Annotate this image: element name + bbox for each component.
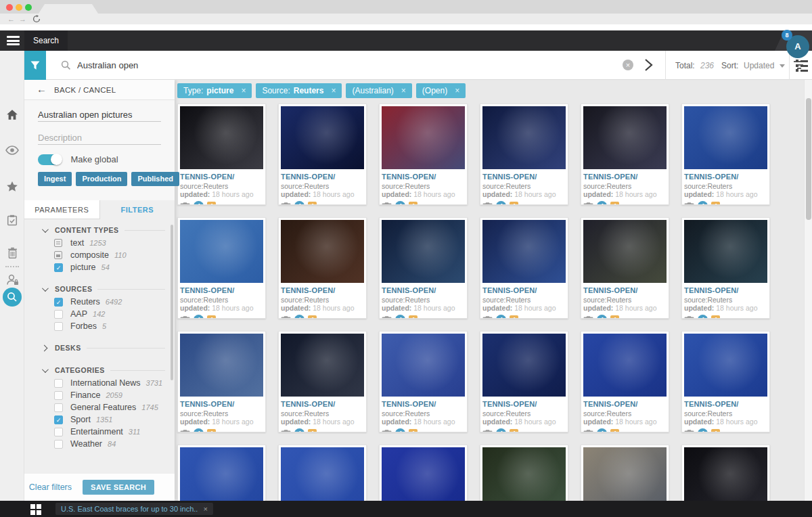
filter-item[interactable]: ✓picture54 [24,261,175,273]
result-card[interactable]: TENNIS-OPEN/source:Reutersupdated: 18 ho… [177,104,266,205]
sort-dropdown[interactable]: Updated [744,61,774,70]
chip-remove-icon[interactable]: × [241,83,246,98]
filter-item[interactable]: International News3731 [24,377,175,389]
zoom-window-button[interactable] [25,4,32,11]
minimize-window-button[interactable] [16,4,22,11]
back-cancel-button[interactable]: ← BACK / CANCEL [24,80,175,100]
result-thumbnail[interactable] [482,106,566,169]
result-thumbnail[interactable] [583,447,667,501]
list-view-icon[interactable] [796,60,808,74]
news-ticker[interactable]: U.S. East Coast braces for up to 30 inch… [55,503,213,515]
result-card[interactable]: TENNIS-OPEN/source:Reutersupdated: 18 ho… [278,217,367,319]
filter-chip[interactable]: (Australian)× [346,83,411,98]
result-thumbnail[interactable] [382,447,465,501]
result-card[interactable]: TENNIS-OPEN/source:Reutersupdated: 18 ho… [480,445,568,501]
tab-parameters[interactable]: PARAMETERS [24,200,100,219]
result-thumbnail[interactable] [583,334,667,397]
browser-forward-icon[interactable]: → [19,14,26,24]
filter-item[interactable]: AAP142 [24,308,175,320]
result-card[interactable]: TENNIS-OPEN/source:Reutersupdated: 18 ho… [379,217,468,319]
result-thumbnail[interactable] [281,447,364,501]
result-thumbnail[interactable] [281,106,364,169]
filter-item[interactable]: Finance2059 [24,389,175,401]
page-scrollbar[interactable] [804,80,812,501]
star-icon[interactable] [0,181,24,195]
filter-item[interactable]: General Features1745 [24,401,175,413]
filter-chip[interactable]: Source:Reuters× [256,83,342,98]
checkbox-icon[interactable] [54,440,63,449]
result-thumbnail[interactable] [180,334,263,397]
eye-icon[interactable] [0,145,24,158]
section-header[interactable]: CATEGORIES [24,363,175,377]
save-search-button[interactable]: SAVE SEARCH [83,480,154,495]
result-thumbnail[interactable] [583,220,667,283]
published-button[interactable]: Published [131,172,179,186]
browser-tab[interactable] [39,4,98,14]
next-page-icon[interactable] [643,58,654,72]
browser-back-icon[interactable]: ← [7,14,15,24]
result-thumbnail[interactable] [482,220,566,283]
clear-search-icon[interactable]: × [623,60,633,70]
search-input[interactable] [77,58,497,72]
home-icon[interactable] [0,109,24,123]
result-card[interactable]: TENNIS-OPEN/source:Reutersupdated: 18 ho… [681,331,770,432]
result-card[interactable]: TENNIS-OPEN/source:Reutersupdated: 18 ho… [480,217,568,319]
tasks-icon[interactable] [0,215,24,229]
filter-chip[interactable]: (Open)× [416,83,466,98]
address-bar[interactable] [0,24,812,30]
filter-item[interactable]: ✓Sport1351 [24,413,175,426]
result-card[interactable]: TENNIS-OPEN/source:Reutersupdated: 18 ho… [581,104,669,205]
panel-scrollbar[interactable] [171,225,173,380]
result-card[interactable]: TENNIS-OPEN/source:Reutersupdated: 18 ho… [681,217,770,319]
production-button[interactable]: Production [76,172,127,186]
result-thumbnail[interactable] [382,334,465,397]
checkbox-icon[interactable] [54,391,63,400]
ticker-close-icon[interactable]: × [203,505,207,513]
close-window-button[interactable] [6,4,13,11]
checkbox-checked-icon[interactable]: ✓ [54,298,63,307]
checkbox-checked-icon[interactable]: ✓ [54,263,63,272]
search-name-field[interactable] [38,108,161,122]
result-card[interactable]: TENNIS-OPEN/source:Reutersupdated: 18 ho… [379,331,468,432]
filter-item[interactable]: Forbes5 [24,320,175,332]
result-card[interactable]: TENNIS-OPEN/source:Reutersupdated: 18 ho… [278,331,367,432]
result-card[interactable]: TENNIS-OPEN/source:Reutersupdated: 18 ho… [278,445,367,501]
filter-chip[interactable]: Type:picture× [177,83,252,98]
result-card[interactable]: TENNIS-OPEN/source:Reutersupdated: 18 ho… [177,445,266,501]
filter-item[interactable]: Entertainment311 [24,426,175,438]
reload-icon[interactable] [32,15,41,23]
result-thumbnail[interactable] [281,334,364,397]
checkbox-icon[interactable] [54,310,63,319]
result-thumbnail[interactable] [382,220,465,283]
result-card[interactable]: TENNIS-OPEN/source:Reutersupdated: 18 ho… [379,445,468,501]
result-card[interactable]: TENNIS-OPEN/source:Reutersupdated: 18 ho… [581,331,669,432]
description-field[interactable] [38,131,161,145]
result-card[interactable]: TENNIS-OPEN/source:Reutersupdated: 18 ho… [581,217,669,319]
result-card[interactable]: TENNIS-OPEN/source:Reutersupdated: 18 ho… [379,104,468,205]
tab-search[interactable]: Search [24,30,68,51]
result-card[interactable]: TENNIS-OPEN/source:Reutersupdated: 18 ho… [681,445,770,501]
user-lock-icon[interactable] [0,274,24,288]
result-card[interactable]: TENNIS-OPEN/source:Reutersupdated: 18 ho… [681,104,770,205]
menu-icon[interactable] [7,36,20,45]
checkbox-icon[interactable] [54,403,63,412]
result-card[interactable]: TENNIS-OPEN/source:Reutersupdated: 18 ho… [278,104,367,205]
result-card[interactable]: TENNIS-OPEN/source:Reutersupdated: 18 ho… [480,331,568,432]
trash-icon[interactable] [0,247,24,261]
result-thumbnail[interactable] [180,447,263,501]
result-thumbnail[interactable] [684,447,767,501]
clear-filters-link[interactable]: Clear filters [29,482,72,492]
filter-item[interactable]: composite110 [24,249,175,261]
result-thumbnail[interactable] [684,106,767,169]
result-thumbnail[interactable] [684,334,767,397]
section-header[interactable]: DESKS [24,341,175,355]
checkbox-icon[interactable] [54,322,63,331]
chip-remove-icon[interactable]: × [455,83,459,98]
result-thumbnail[interactable] [382,106,465,169]
filter-item[interactable]: Weather84 [24,438,175,450]
result-card[interactable]: TENNIS-OPEN/source:Reutersupdated: 18 ho… [177,331,266,432]
section-header[interactable]: SOURCES [24,282,175,296]
chip-remove-icon[interactable]: × [331,83,336,98]
checkbox-icon[interactable] [54,379,63,388]
result-thumbnail[interactable] [482,447,566,501]
